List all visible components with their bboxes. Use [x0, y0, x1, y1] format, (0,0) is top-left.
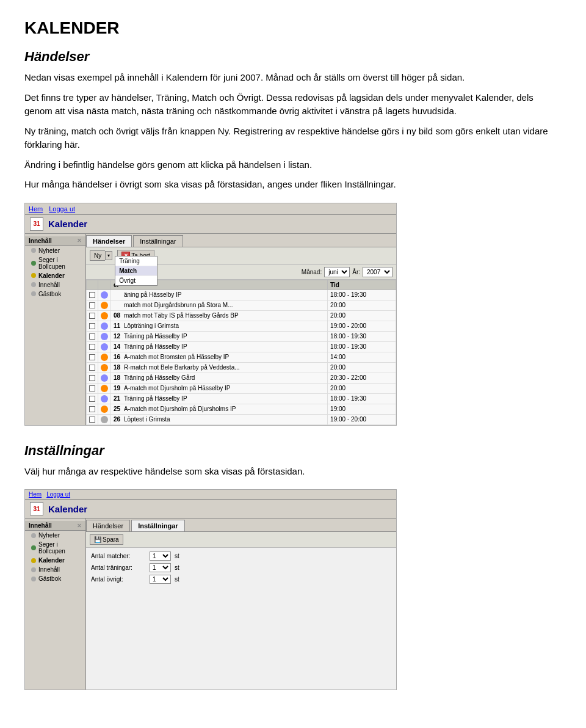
row-checkbox[interactable]	[89, 417, 95, 423]
screen1-header: 31 Kalender	[25, 215, 396, 234]
table-row[interactable]: 18R-match mot Bele Barkarby på Veddesta.…	[87, 362, 396, 373]
row-desc: äning på Hässelby IP	[124, 291, 182, 298]
sidebar2-item-seger[interactable]: Seger i Bollcupen	[25, 540, 85, 556]
row-time: 19:00 - 20:00	[328, 414, 396, 424]
calendar-icon2: 31	[30, 502, 43, 515]
sidebar2-item-nyheter[interactable]: Nyheter	[25, 531, 85, 540]
table-row[interactable]: 08match mot Täby IS på Hässelby Gårds BP…	[87, 310, 396, 321]
matcher-unit: st	[175, 553, 179, 559]
s2-seger-icon	[31, 545, 36, 550]
row-checkbox[interactable]	[89, 354, 95, 360]
row-day: 11	[114, 322, 122, 329]
sidebar1-item-innehall[interactable]: Innehåll	[25, 280, 85, 289]
event-type-icon	[101, 333, 108, 340]
table-row[interactable]: 16A-match mot Bromsten på Hässelby IP14:…	[87, 352, 396, 362]
event-type-icon	[101, 374, 108, 382]
ny-training[interactable]: Träning	[115, 257, 157, 266]
year-select[interactable]: 2007	[363, 267, 392, 277]
row-checkbox[interactable]	[89, 365, 95, 371]
row-day: 08	[114, 312, 122, 319]
s2-gastbok-icon	[31, 577, 36, 581]
table-row[interactable]: match mot Djurgårdsbrunn på Stora M...20…	[87, 300, 396, 310]
row-checkbox[interactable]	[89, 313, 95, 319]
event-type-icon	[101, 416, 108, 423]
kalender-icon	[31, 273, 36, 278]
installningar-form: Antal matcher: 123 st Antal träningar: 1…	[86, 548, 396, 590]
event-type-icon	[101, 302, 108, 309]
row-desc: Träning på Hässelby IP	[124, 333, 187, 340]
row-checkbox[interactable]	[89, 302, 95, 308]
table-row[interactable]: 21Träning på Hässelby IP18:00 - 19:30	[87, 393, 396, 404]
ny-ovrigt[interactable]: Övrigt	[115, 276, 157, 285]
matcher-label: Antal matcher:	[91, 553, 146, 559]
row-checkbox[interactable]	[89, 406, 95, 412]
row-time: 18:00 - 19:30	[328, 393, 396, 404]
topbar2-hem[interactable]: Hem	[29, 491, 42, 498]
event-type-icon	[101, 406, 108, 413]
row-day: 21	[114, 395, 122, 402]
row-time: 18:00 - 19:30	[328, 341, 396, 352]
table-row[interactable]: 19A-match mot Djursholm på Hässelby IP20…	[87, 383, 396, 393]
row-desc: Träning på Hässelby IP	[124, 395, 187, 402]
spara-button[interactable]: 💾 Spara	[90, 534, 123, 545]
month-select[interactable]: juni	[324, 267, 350, 277]
tab1-installningar[interactable]: Inställningar	[133, 235, 183, 247]
table-row[interactable]: 26Löptest i Grimsta19:00 - 20:00	[87, 414, 396, 424]
para5: Hur många händelser i övrigt som ska vis…	[24, 178, 562, 192]
row-checkbox[interactable]	[89, 375, 95, 381]
row-desc: Löptest i Grimsta	[124, 416, 170, 423]
traningar-select[interactable]: 123	[150, 563, 171, 572]
ny-button[interactable]: Ny	[90, 250, 105, 261]
sidebar1-item-kalender[interactable]: Kalender	[25, 271, 85, 280]
sidebar2-item-kalender[interactable]: Kalender	[25, 556, 85, 565]
row-desc: R-match mot Bele Barkarby på Veddesta...	[124, 364, 240, 371]
row-desc: match mot Täby IS på Hässelby Gårds BP	[124, 312, 239, 319]
row-time: 18:00 - 19:30	[328, 289, 396, 300]
matcher-select[interactable]: 123	[150, 551, 171, 561]
ny-match[interactable]: Match	[115, 266, 157, 276]
row-checkbox[interactable]	[89, 323, 95, 329]
tab2-installningar[interactable]: Inställningar	[131, 520, 184, 531]
table-row[interactable]: 25A-match mot Djursholm på Djursholms IP…	[87, 404, 396, 414]
row-time: 14:00	[328, 352, 396, 362]
topbar2-logga-ut[interactable]: Logga ut	[46, 491, 70, 498]
screen2-sidebar: Innehåll ✕ Nyheter Seger i Bollcupen Kal…	[25, 519, 86, 690]
table-row[interactable]: 12Träning på Hässelby IP18:00 - 19:30	[87, 331, 396, 341]
matcher-row: Antal matcher: 123 st	[91, 551, 391, 561]
ny-arrow[interactable]: ▾	[105, 251, 112, 260]
sidebar1-item-seger[interactable]: Seger i Bollcupen	[25, 255, 85, 271]
table-row[interactable]: 18Träning på Hässelby Gård20:30 - 22:00	[87, 373, 396, 383]
sidebar2-item-gastbok[interactable]: Gästbok	[25, 574, 85, 583]
screenshot2: Hem Logga ut 31 Kalender Innehåll ✕ Nyhe…	[24, 489, 397, 690]
row-desc: A-match mot Djursholm på Djursholms IP	[124, 406, 236, 412]
sidebar1-item-gastbok[interactable]: Gästbok	[25, 289, 85, 299]
calendar-table: el Tid äning på Hässelby IP18:00 - 19:30…	[86, 280, 396, 425]
row-checkbox[interactable]	[89, 292, 95, 298]
tab1-handelser[interactable]: Händelser	[86, 235, 132, 247]
row-checkbox[interactable]	[89, 385, 95, 391]
row-time: 19:00 - 20:00	[328, 321, 396, 331]
row-time: 20:30 - 22:00	[328, 373, 396, 383]
topbar1-hem[interactable]: Hem	[29, 205, 43, 213]
event-type-icon	[101, 364, 108, 371]
sidebar2-close[interactable]: ✕	[77, 523, 82, 529]
gastbok-icon	[31, 291, 36, 296]
topbar1-logga-ut[interactable]: Logga ut	[49, 205, 75, 213]
screen1-layout: Innehåll ✕ Nyheter Seger i Bollcupen Kal…	[25, 234, 396, 425]
sidebar2-item-innehall[interactable]: Innehåll	[25, 565, 85, 574]
sidebar1-item-nyheter[interactable]: Nyheter	[25, 246, 85, 255]
row-checkbox[interactable]	[89, 344, 95, 350]
row-desc: match mot Djurgårdsbrunn på Stora M...	[124, 302, 233, 308]
table-row[interactable]: 14Träning på Hässelby IP18:00 - 19:30	[87, 341, 396, 352]
row-checkbox[interactable]	[89, 333, 95, 340]
table-row[interactable]: 11Löpträning i Grimsta19:00 - 20:00	[87, 321, 396, 331]
sidebar1-close[interactable]: ✕	[77, 238, 82, 244]
screenshot1: Hem Logga ut 31 Kalender Innehåll ✕ Nyhe…	[24, 203, 397, 426]
screen1-main: Händelser Inställningar Ny ▾ Träning Mat…	[86, 234, 396, 425]
row-checkbox[interactable]	[89, 396, 95, 402]
table-row[interactable]: äning på Hässelby IP18:00 - 19:30	[87, 289, 396, 300]
ny-dropdown[interactable]: Ny ▾	[90, 250, 112, 261]
manad-label: Månad:	[302, 269, 322, 275]
tab2-handelser[interactable]: Händelser	[86, 520, 130, 531]
ovrigt-select[interactable]: 123	[150, 575, 171, 584]
